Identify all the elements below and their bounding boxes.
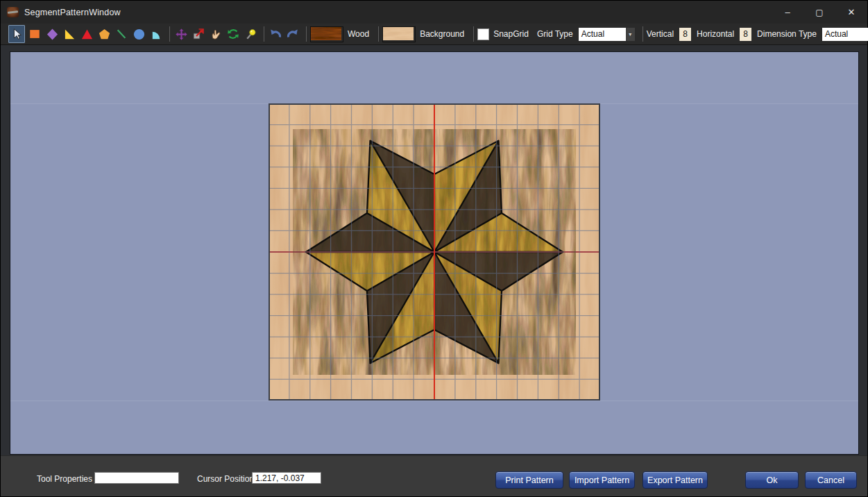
grid-type-dropdown[interactable]: Actual ▼: [579, 28, 635, 41]
square-icon: [28, 28, 41, 40]
titlebar: SegmentPatternWindow – ▢ ✕: [1, 1, 867, 24]
canvas-band: [10, 52, 858, 103]
grid-type-value: Actual: [579, 28, 626, 41]
tool-pin-button[interactable]: [243, 25, 258, 43]
snapgrid-label: SnapGrid: [493, 29, 529, 39]
wood-swatch[interactable]: [310, 26, 343, 42]
scale-icon: [192, 27, 205, 41]
minimize-button[interactable]: –: [772, 1, 803, 24]
window-controls: – ▢ ✕: [772, 1, 867, 24]
cancel-button[interactable]: Cancel: [805, 471, 857, 489]
statusbar: Tool Properties Cursor Position Print Pa…: [1, 455, 867, 496]
toolbar-separator: [643, 26, 643, 42]
window-title: SegmentPatternWindow: [24, 8, 121, 17]
toolbar-separator: [473, 26, 474, 42]
tool-square-button[interactable]: [27, 25, 42, 43]
tool-triangle-button[interactable]: [79, 25, 94, 43]
right-triangle-icon: [63, 28, 76, 41]
tool-line-button[interactable]: [114, 25, 129, 43]
tool-circle-button[interactable]: [131, 25, 146, 43]
tool-properties-input[interactable]: [94, 472, 179, 484]
tool-scale-button[interactable]: [191, 25, 206, 43]
workspace: [1, 45, 867, 456]
tool-right-triangle-button[interactable]: [62, 25, 77, 43]
move-icon: [175, 28, 188, 41]
cursor-position-label: Cursor Position: [197, 474, 254, 484]
pin-icon: [244, 28, 257, 41]
rotate-icon: [226, 27, 240, 41]
app-icon: [7, 7, 19, 17]
diamond-icon: [46, 28, 59, 41]
dimension-type-dropdown[interactable]: Actual ▼: [822, 28, 868, 41]
dimension-type-value: Actual: [822, 28, 868, 41]
dimension-type-label: Dimension Type: [757, 29, 817, 39]
wood-texture-icon: [311, 27, 341, 40]
redo-button[interactable]: [285, 25, 300, 43]
toolbar-separator: [264, 26, 264, 42]
pattern-drawing: [269, 103, 600, 401]
undo-button[interactable]: [268, 25, 283, 43]
cursor-position-input[interactable]: [252, 472, 321, 484]
background-label: Background: [420, 29, 464, 39]
tool-rotate-button[interactable]: [225, 25, 241, 43]
line-icon: [115, 28, 128, 40]
tool-properties-label: Tool Properties: [37, 474, 92, 484]
pattern-canvas[interactable]: [10, 51, 859, 455]
quarter-pie-icon: [150, 28, 163, 41]
background-swatch[interactable]: [382, 26, 416, 42]
horizontal-input[interactable]: [740, 28, 751, 41]
segment-pattern-window: SegmentPatternWindow – ▢ ✕: [0, 0, 868, 497]
hand-icon: [210, 28, 223, 41]
toolbar: Wood Background SnapGrid Grid: [1, 24, 867, 45]
pentagon-icon: [98, 28, 111, 41]
background-texture-icon: [383, 27, 414, 40]
tool-pan-button[interactable]: [208, 25, 223, 43]
redo-icon: [286, 27, 300, 41]
close-button[interactable]: ✕: [835, 1, 867, 24]
wood-board[interactable]: [269, 103, 600, 401]
grid-type-label: Grid Type: [537, 29, 573, 39]
snapgrid-checkbox[interactable]: [477, 28, 489, 40]
toolbar-separator: [378, 26, 379, 42]
print-pattern-button[interactable]: Print Pattern: [495, 471, 563, 489]
import-pattern-button[interactable]: Import Pattern: [569, 471, 635, 489]
horizontal-label: Horizontal: [697, 29, 734, 39]
toolbar-separator: [306, 26, 307, 42]
tool-diamond-button[interactable]: [44, 25, 60, 43]
vertical-input[interactable]: [679, 28, 691, 41]
circle-icon: [133, 28, 146, 41]
triangle-icon: [80, 28, 94, 41]
wood-label: Wood: [348, 29, 369, 39]
tool-select-button[interactable]: [8, 25, 25, 43]
select-arrow-icon: [10, 28, 23, 40]
board-edge-guide-bottom: [10, 401, 858, 401]
tool-pentagon-button[interactable]: [96, 25, 112, 43]
ok-button[interactable]: Ok: [745, 471, 799, 489]
vertical-label: Vertical: [647, 29, 674, 39]
export-pattern-button[interactable]: Export Pattern: [643, 471, 708, 489]
tool-quarter-pie-button[interactable]: [148, 25, 164, 43]
tool-move-button[interactable]: [173, 25, 189, 43]
undo-icon: [269, 27, 282, 41]
toolbar-separator: [169, 26, 170, 42]
chevron-down-icon: ▼: [626, 28, 635, 41]
maximize-button[interactable]: ▢: [803, 1, 835, 24]
